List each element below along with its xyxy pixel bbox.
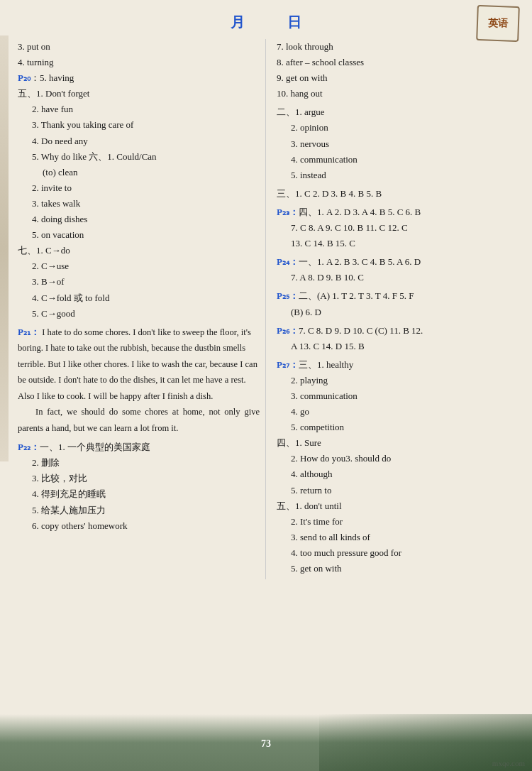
right-column: 7. look through 8. after – school classe… bbox=[266, 39, 525, 579]
er-item3: 3. nervous bbox=[277, 136, 519, 152]
p23-row3: 13. C 14. B 15. C bbox=[277, 236, 519, 251]
item-10-hang: 10. hang out bbox=[277, 86, 519, 102]
item-qi5: 5. C→good bbox=[18, 306, 260, 322]
p23-row2: 7. C 8. A 9. C 10. B 11. C 12. C bbox=[277, 220, 519, 236]
item-wu4: 4. Do need any bbox=[18, 133, 260, 149]
header-day: 日 bbox=[287, 13, 301, 32]
p27-wu3: 3. send to all kinds of bbox=[277, 530, 519, 545]
p27-wu-label-line: 五、1. don't until bbox=[277, 498, 519, 514]
p22-label-line: P₂₂：一、1. 一个典型的美国家庭 bbox=[18, 439, 260, 455]
p22-label: P₂₂： bbox=[18, 442, 40, 452]
p22-item6: 6. copy others' homework bbox=[18, 518, 260, 534]
item-turning: 4. turning bbox=[18, 55, 260, 70]
p25-label-line: P₂₅：二、(A) 1. T 2. T 3. T 4. F 5. F bbox=[277, 288, 519, 304]
p27-wu4: 4. too much pressure good for bbox=[277, 545, 519, 561]
p27-san2: 2. playing bbox=[277, 373, 519, 388]
item-qi1: 七、1. C→do bbox=[18, 243, 260, 258]
item-liu4: 4. doing dishes bbox=[18, 212, 260, 227]
p27-san3: 3. communication bbox=[277, 388, 519, 404]
p24-row2: 7. A 8. D 9. B 10. C bbox=[277, 270, 519, 285]
p27-label: P₂₇： bbox=[277, 359, 299, 370]
p27-si5: 5. return to bbox=[277, 483, 519, 498]
section-p22: P₂₂：一、1. 一个典型的美国家庭 2. 删除 3. 比较，对比 4. 得到充… bbox=[18, 439, 260, 534]
page-number: 73 bbox=[261, 738, 271, 750]
p22-item5: 5. 给某人施加压力 bbox=[18, 503, 260, 518]
p27-si2: 2. How do you3. should do bbox=[277, 451, 519, 466]
item-8-after: 8. after – school classes bbox=[277, 55, 519, 70]
section-top-left: 3. put on 4. turning P₂₀：5. having 五、1. … bbox=[18, 39, 260, 322]
page-container: 月 日 英语 3. put on 4. turning P₂₀：5. havin… bbox=[0, 0, 532, 771]
section-san: 三、1. C 2. D 3. B 4. B 5. B bbox=[277, 186, 519, 202]
left-bar-decoration bbox=[0, 35, 9, 461]
item-wu5-liu1: 5. Why do like 六、1. Could/Can bbox=[18, 149, 260, 165]
p26-row2: A 13. C 14. D 15. B bbox=[277, 339, 519, 354]
item-put-on: 3. put on bbox=[18, 39, 260, 55]
subject-stamp: 英语 bbox=[476, 5, 520, 42]
item-wu3: 3. Thank you taking care of bbox=[18, 117, 260, 133]
section-p23: P₂₃：四、1. A 2. D 3. A 4. B 5. C 6. B 7. C… bbox=[277, 204, 519, 251]
p22-item3: 3. 比较，对比 bbox=[18, 471, 260, 486]
p27-san-label: 三、1. healthy bbox=[299, 359, 353, 370]
p27-si-label-line: 四、1. Sure bbox=[277, 435, 519, 451]
p25-row2: (B) 6. D bbox=[277, 305, 519, 320]
item-qi3: 3. B→of bbox=[18, 274, 260, 290]
san-label-line: 三、1. C 2. D 3. B 4. B 5. B bbox=[277, 186, 519, 202]
p23-label-line: P₂₃：四、1. A 2. D 3. A 4. B 5. C 6. B bbox=[277, 204, 519, 220]
er-item2: 2. opinion bbox=[277, 120, 519, 136]
p27-si4: 4. although bbox=[277, 466, 519, 482]
p21-label: P₂₁： bbox=[18, 327, 40, 337]
item-liu5: 5. on vacation bbox=[18, 227, 260, 243]
section-p24: P₂₄：一、1. A 2. B 3. C 4. B 5. A 6. D 7. A… bbox=[277, 254, 519, 285]
item-wu2: 2. have fun bbox=[18, 102, 260, 117]
p26-label: P₂₆： bbox=[277, 325, 299, 336]
p24-label-line: P₂₄：一、1. A 2. B 3. C 4. B 5. A 6. D bbox=[277, 254, 519, 270]
p25-er-label: 二、(A) 1. T 2. T 3. T 4. F 5. F bbox=[299, 290, 414, 301]
er-label-line: 二、1. argue bbox=[277, 104, 519, 120]
item-wu1: 五、1. Don't forget bbox=[18, 86, 260, 102]
p22-item4: 4. 得到充足的睡眠 bbox=[18, 486, 260, 502]
section-er: 二、1. argue 2. opinion 3. nervous 4. comm… bbox=[277, 104, 519, 182]
main-content: 3. put on 4. turning P₂₀：5. having 五、1. … bbox=[0, 39, 532, 579]
item-qi4: 4. C→fold 或 to fold bbox=[18, 290, 260, 306]
p23-label: P₂₃： bbox=[277, 207, 299, 217]
item-qi2: 2. C→use bbox=[18, 258, 260, 274]
p24-yi-label: 一、1. A 2. B 3. C 4. B 5. A 6. D bbox=[299, 256, 421, 267]
header: 月 日 bbox=[0, 7, 532, 35]
p24-label: P₂₄： bbox=[277, 256, 299, 267]
item-p20-having: P₂₀：5. having bbox=[18, 70, 260, 86]
p22-item2: 2. 删除 bbox=[18, 455, 260, 471]
p27-wu2: 2. It's time for bbox=[277, 514, 519, 530]
p26-row1: 7. C 8. D 9. D 10. C (C) 11. B 12. bbox=[299, 325, 423, 336]
item-9-get: 9. get on with bbox=[277, 70, 519, 86]
p25-label: P₂₅： bbox=[277, 290, 299, 301]
watermark: mxqe.com bbox=[492, 759, 525, 767]
p27-label-line: P₂₇：三、1. healthy bbox=[277, 357, 519, 373]
p27-san4: 4. go bbox=[277, 404, 519, 420]
left-column: 3. put on 4. turning P₂₀：5. having 五、1. … bbox=[7, 39, 266, 579]
p21-para1: I hate to do some chores. I don't like t… bbox=[18, 327, 257, 401]
p23-si-label: 四、1. A 2. D 3. A 4. B 5. C 6. B bbox=[299, 207, 421, 217]
er-item4: 4. communication bbox=[277, 152, 519, 168]
p21-para2: In fact, we should do some chores at hom… bbox=[18, 404, 260, 436]
er-item5: 5. instead bbox=[277, 168, 519, 183]
item-to-clean: (to) clean bbox=[18, 165, 260, 180]
section-p27: P₂₇：三、1. healthy 2. playing 3. communica… bbox=[277, 357, 519, 576]
item-7-look: 7. look through bbox=[277, 39, 519, 55]
section-p21: P₂₁： I hate to do some chores. I don't l… bbox=[18, 324, 260, 437]
p27-wu5: 5. get on with bbox=[277, 561, 519, 576]
section-p25: P₂₅：二、(A) 1. T 2. T 3. T 4. F 5. F (B) 6… bbox=[277, 288, 519, 319]
p26-label-line: P₂₆：7. C 8. D 9. D 10. C (C) 11. B 12. bbox=[277, 323, 519, 339]
p27-san5: 5. competition bbox=[277, 420, 519, 435]
section-right-top: 7. look through 8. after – school classe… bbox=[277, 39, 519, 102]
p22-yi-label: 一、1. 一个典型的美国家庭 bbox=[40, 442, 150, 452]
header-month: 月 bbox=[231, 13, 245, 32]
item-liu2: 2. invite to bbox=[18, 180, 260, 196]
item-liu3: 3. takes walk bbox=[18, 196, 260, 212]
section-p26: P₂₆：7. C 8. D 9. D 10. C (C) 11. B 12. A… bbox=[277, 323, 519, 354]
